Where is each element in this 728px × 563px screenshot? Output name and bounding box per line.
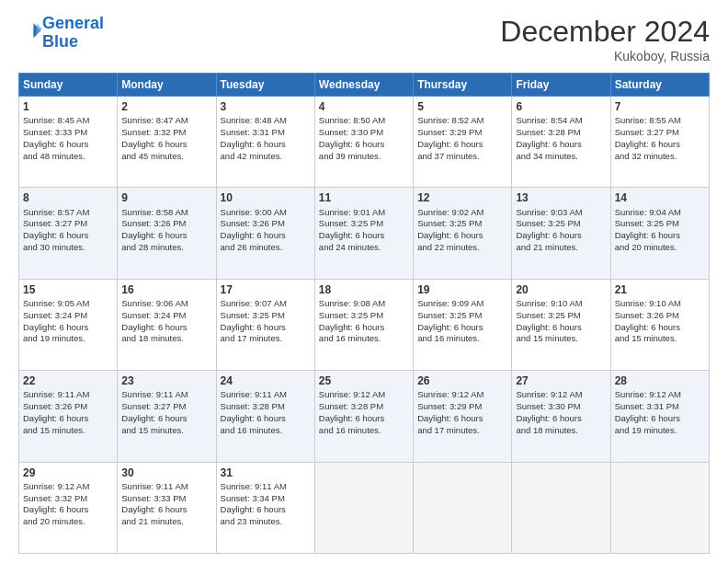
day-info: and 24 minutes. bbox=[319, 242, 409, 254]
day-info: Sunset: 3:26 PM bbox=[221, 218, 311, 230]
day-info: and 16 minutes. bbox=[319, 333, 409, 345]
day-info: and 19 minutes. bbox=[615, 425, 705, 437]
day-info: Sunset: 3:25 PM bbox=[221, 310, 311, 322]
day-info: and 18 minutes. bbox=[121, 333, 211, 345]
day-number: 20 bbox=[516, 282, 606, 297]
calendar-cell bbox=[610, 462, 709, 553]
day-info: Daylight: 6 hours bbox=[615, 322, 705, 334]
weekday-header: Sunday bbox=[19, 74, 118, 97]
day-info: Daylight: 6 hours bbox=[121, 413, 211, 425]
day-info: Sunset: 3:25 PM bbox=[417, 310, 507, 322]
day-info: and 16 minutes. bbox=[319, 425, 409, 437]
day-number: 11 bbox=[319, 190, 409, 205]
logo-line1: General bbox=[42, 14, 104, 32]
day-info: Sunset: 3:31 PM bbox=[615, 401, 705, 413]
day-info: Sunrise: 9:12 AM bbox=[417, 389, 507, 401]
day-info: Sunrise: 9:09 AM bbox=[417, 298, 507, 310]
day-info: Sunrise: 9:00 AM bbox=[221, 207, 311, 219]
calendar-cell: 8Sunrise: 8:57 AMSunset: 3:27 PMDaylight… bbox=[19, 188, 118, 279]
day-info: Sunrise: 9:07 AM bbox=[221, 298, 311, 310]
calendar-cell: 27Sunrise: 9:12 AMSunset: 3:30 PMDayligh… bbox=[512, 371, 610, 462]
calendar-cell: 11Sunrise: 9:01 AMSunset: 3:25 PMDayligh… bbox=[314, 188, 413, 279]
day-info: Sunset: 3:32 PM bbox=[23, 493, 113, 505]
day-info: Daylight: 6 hours bbox=[121, 322, 211, 334]
day-info: Sunrise: 9:01 AM bbox=[319, 207, 409, 219]
calendar-header-row: SundayMondayTuesdayWednesdayThursdayFrid… bbox=[19, 74, 710, 97]
day-number: 23 bbox=[121, 373, 211, 388]
day-info: and 16 minutes. bbox=[417, 333, 507, 345]
day-info: and 22 minutes. bbox=[417, 242, 507, 254]
day-info: and 15 minutes. bbox=[615, 333, 705, 345]
day-info: Sunset: 3:24 PM bbox=[121, 310, 211, 322]
weekday-header: Monday bbox=[118, 74, 216, 97]
calendar-cell: 19Sunrise: 9:09 AMSunset: 3:25 PMDayligh… bbox=[414, 279, 512, 370]
day-info: Sunset: 3:26 PM bbox=[615, 310, 705, 322]
day-info: Sunset: 3:29 PM bbox=[417, 401, 507, 413]
logo-line2: Blue bbox=[42, 32, 78, 51]
day-info: and 17 minutes. bbox=[417, 425, 507, 437]
day-info: Sunrise: 8:47 AM bbox=[121, 115, 211, 127]
day-number: 15 bbox=[23, 282, 113, 297]
day-info: Sunset: 3:27 PM bbox=[121, 401, 211, 413]
day-info: Sunrise: 8:54 AM bbox=[516, 115, 606, 127]
month-title: December 2024 bbox=[500, 15, 710, 49]
day-info: Daylight: 6 hours bbox=[23, 413, 113, 425]
day-info: Daylight: 6 hours bbox=[516, 413, 606, 425]
day-number: 22 bbox=[23, 373, 113, 388]
weekday-header: Saturday bbox=[610, 74, 709, 97]
calendar-cell: 26Sunrise: 9:12 AMSunset: 3:29 PMDayligh… bbox=[414, 371, 512, 462]
day-number: 25 bbox=[319, 373, 409, 388]
day-number: 4 bbox=[319, 99, 409, 114]
calendar-cell: 18Sunrise: 9:08 AMSunset: 3:25 PMDayligh… bbox=[314, 279, 413, 370]
calendar-week-row: 8Sunrise: 8:57 AMSunset: 3:27 PMDaylight… bbox=[19, 188, 710, 279]
calendar-cell: 31Sunrise: 9:11 AMSunset: 3:34 PMDayligh… bbox=[216, 462, 314, 553]
day-info: Daylight: 6 hours bbox=[516, 230, 606, 242]
day-info: Sunrise: 9:06 AM bbox=[121, 298, 211, 310]
day-info: and 16 minutes. bbox=[221, 425, 311, 437]
day-info: Sunset: 3:25 PM bbox=[516, 310, 606, 322]
day-info: Daylight: 6 hours bbox=[221, 230, 311, 242]
day-info: Sunrise: 9:10 AM bbox=[615, 298, 705, 310]
day-info: Sunset: 3:25 PM bbox=[319, 218, 409, 230]
day-number: 29 bbox=[23, 465, 113, 480]
calendar-cell: 21Sunrise: 9:10 AMSunset: 3:26 PMDayligh… bbox=[610, 279, 709, 370]
day-info: Sunrise: 8:52 AM bbox=[417, 115, 507, 127]
day-info: Daylight: 6 hours bbox=[121, 504, 211, 516]
calendar-cell: 2Sunrise: 8:47 AMSunset: 3:32 PMDaylight… bbox=[118, 97, 216, 188]
calendar-cell: 20Sunrise: 9:10 AMSunset: 3:25 PMDayligh… bbox=[512, 279, 610, 370]
day-info: and 45 minutes. bbox=[121, 151, 211, 163]
day-info: Sunrise: 8:45 AM bbox=[23, 115, 113, 127]
calendar-cell: 7Sunrise: 8:55 AMSunset: 3:27 PMDaylight… bbox=[610, 97, 709, 188]
day-info: and 19 minutes. bbox=[23, 333, 113, 345]
day-info: and 42 minutes. bbox=[221, 151, 311, 163]
day-info: Sunrise: 9:12 AM bbox=[615, 389, 705, 401]
day-info: Daylight: 6 hours bbox=[319, 413, 409, 425]
day-info: Sunset: 3:27 PM bbox=[615, 127, 705, 139]
day-info: Daylight: 6 hours bbox=[319, 322, 409, 334]
day-number: 16 bbox=[121, 282, 211, 297]
day-info: and 15 minutes. bbox=[23, 425, 113, 437]
day-info: and 30 minutes. bbox=[23, 242, 113, 254]
header: General Blue December 2024 Kukoboy, Russ… bbox=[18, 15, 710, 63]
calendar-cell: 15Sunrise: 9:05 AMSunset: 3:24 PMDayligh… bbox=[19, 279, 118, 370]
day-number: 2 bbox=[121, 99, 211, 114]
calendar-cell: 9Sunrise: 8:58 AMSunset: 3:26 PMDaylight… bbox=[118, 188, 216, 279]
day-info: Sunrise: 9:05 AM bbox=[23, 298, 113, 310]
calendar-cell bbox=[512, 462, 610, 553]
day-number: 28 bbox=[615, 373, 705, 388]
day-info: and 17 minutes. bbox=[221, 333, 311, 345]
day-number: 13 bbox=[516, 190, 606, 205]
calendar-cell: 25Sunrise: 9:12 AMSunset: 3:28 PMDayligh… bbox=[314, 371, 413, 462]
day-info: Sunset: 3:30 PM bbox=[319, 127, 409, 139]
day-number: 9 bbox=[121, 190, 211, 205]
day-info: Sunrise: 9:03 AM bbox=[516, 207, 606, 219]
day-number: 31 bbox=[221, 465, 311, 480]
calendar-cell: 12Sunrise: 9:02 AMSunset: 3:25 PMDayligh… bbox=[414, 188, 512, 279]
day-number: 21 bbox=[615, 282, 705, 297]
day-number: 10 bbox=[221, 190, 311, 205]
day-number: 8 bbox=[23, 190, 113, 205]
calendar-cell: 5Sunrise: 8:52 AMSunset: 3:29 PMDaylight… bbox=[414, 97, 512, 188]
day-number: 3 bbox=[221, 99, 311, 114]
day-info: Daylight: 6 hours bbox=[221, 139, 311, 151]
day-info: and 21 minutes. bbox=[121, 516, 211, 528]
